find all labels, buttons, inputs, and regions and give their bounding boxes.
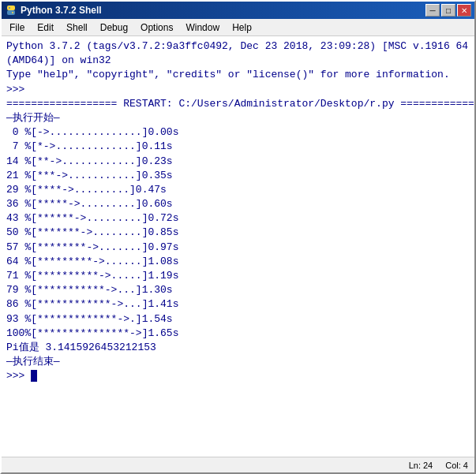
console-line: 100%[***************->]1.65s	[6, 327, 470, 341]
svg-point-3	[12, 12, 13, 13]
maximize-button[interactable]: □	[441, 4, 455, 17]
svg-rect-0	[7, 6, 15, 10]
minimize-button[interactable]: ─	[425, 4, 440, 17]
status-bar: Ln: 24 Col: 4	[2, 457, 474, 472]
menu-options[interactable]: Options	[134, 21, 179, 35]
console-line: 50 %[*******->........]0.85s	[6, 226, 470, 240]
console-line: 86 %[************->...]1.41s	[6, 297, 470, 312]
title-buttons: ─ □ ✕	[425, 4, 471, 17]
menu-edit[interactable]: Edit	[31, 21, 60, 35]
title-bar: Python 3.7.2 Shell ─ □ ✕	[2, 2, 474, 19]
console-line: 93 %[*************->.]1.54s	[6, 312, 470, 327]
console-line: 36 %[*****->.........]0.60s	[6, 197, 470, 211]
console-line: 14 %[**->............]0.23s	[6, 155, 470, 169]
menu-shell[interactable]: Shell	[60, 21, 94, 35]
console-line: 43 %[******->.........]0.72s	[6, 211, 470, 226]
svg-point-2	[9, 7, 10, 9]
python-icon	[5, 4, 17, 17]
menu-debug[interactable]: Debug	[94, 21, 134, 35]
close-button[interactable]: ✕	[457, 4, 471, 17]
console-line: 79 %[***********->...]1.30s	[6, 283, 470, 297]
console-line: Type "help", "copyright", "credits" or "…	[6, 68, 470, 82]
col-number: Col: 4	[445, 461, 468, 470]
console-line: ================== RESTART: C:/Users/Adm…	[6, 97, 470, 111]
console-line: >>>	[6, 83, 470, 97]
console-output[interactable]: Python 3.7.2 (tags/v3.7.2:9a3ffc0492, De…	[2, 36, 474, 457]
console-line: >>>	[6, 369, 470, 383]
console-line: Python 3.7.2 (tags/v3.7.2:9a3ffc0492, De…	[6, 39, 470, 54]
console-line: —执行结束—	[6, 355, 470, 369]
title-bar-left: Python 3.7.2 Shell	[5, 4, 102, 17]
console-line: 71 %[**********->.....]1.19s	[6, 269, 470, 283]
console-line: —执行开始—	[6, 111, 470, 125]
line-number: Ln: 24	[409, 461, 433, 470]
console-line: 64 %[*********->......]1.08s	[6, 255, 470, 269]
menu-window[interactable]: Window	[179, 21, 226, 35]
console-line: 7 %[*->.............]0.11s	[6, 140, 470, 154]
main-window: Python 3.7.2 Shell ─ □ ✕ File Edit Shell…	[0, 0, 476, 474]
console-line: (AMD64)] on win32	[6, 54, 470, 68]
menu-bar: File Edit Shell Debug Options Window Hel…	[2, 19, 474, 36]
console-line: 29 %[****->.........]0.47s	[6, 183, 470, 197]
console-line: 0 %[->...............]0.00s	[6, 125, 470, 140]
console-line: 57 %[********->.......]0.97s	[6, 241, 470, 255]
menu-help[interactable]: Help	[226, 21, 258, 35]
console-line: Pi值是 3.1415926453212153	[6, 341, 470, 355]
svg-rect-1	[7, 10, 15, 15]
menu-file[interactable]: File	[3, 21, 31, 35]
console-line: 21 %[***->...........]0.35s	[6, 169, 470, 183]
window-title: Python 3.7.2 Shell	[21, 5, 102, 16]
